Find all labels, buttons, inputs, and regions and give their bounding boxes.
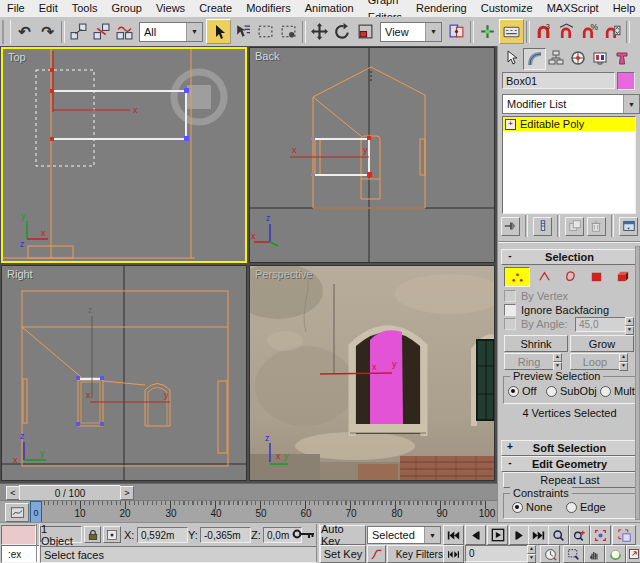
viewport-back-canvas[interactable]: x y z x xyxy=(250,48,494,262)
min-max-toggle-icon[interactable] xyxy=(626,545,640,563)
select-and-manipulate-icon[interactable] xyxy=(476,20,499,43)
constraint-none-radio[interactable]: None xyxy=(512,501,552,513)
soft-selection-rollout-header[interactable]: + Soft Selection xyxy=(501,440,638,456)
menu-tools[interactable]: Tools xyxy=(65,0,105,17)
viewport-perspective[interactable]: Perspective xyxy=(249,265,495,481)
viewport-top-label[interactable]: Top xyxy=(8,51,26,63)
dropdown-arrow-icon[interactable]: ▼ xyxy=(424,527,440,543)
radio-icon[interactable] xyxy=(566,502,577,513)
x-coordinate-field[interactable]: 0,592m xyxy=(137,527,188,543)
track-bar-ruler[interactable]: 0 10 20 30 40 50 60 70 80 90 100 0 xyxy=(30,501,492,523)
viewport-top[interactable]: Top x y x z xyxy=(1,47,247,263)
viewport-top-canvas[interactable]: x y x z xyxy=(3,49,245,261)
viewport-back-label[interactable]: Back xyxy=(255,50,279,62)
collapse-icon[interactable]: - xyxy=(505,251,515,261)
key-mode-toggle-icon[interactable] xyxy=(443,545,464,563)
menu-help[interactable]: Help xyxy=(606,0,640,17)
subobject-polygon-icon[interactable] xyxy=(584,267,608,285)
selection-set-dropdown[interactable]: Selected ▼ xyxy=(367,526,441,544)
spinner-up-icon[interactable]: ▲ xyxy=(553,353,562,362)
use-pivot-point-center-icon[interactable] xyxy=(445,20,468,43)
select-and-move-icon[interactable] xyxy=(308,20,331,43)
tab-utilities[interactable] xyxy=(611,48,632,68)
tab-create[interactable] xyxy=(501,48,522,68)
show-end-result-icon[interactable] xyxy=(533,217,552,236)
menu-create[interactable]: Create xyxy=(192,0,239,17)
tab-display[interactable] xyxy=(589,48,610,68)
time-configuration-icon[interactable] xyxy=(540,545,560,563)
loop-spinner[interactable]: ▲ ▼ xyxy=(619,353,628,371)
rectangular-selection-region-icon[interactable] xyxy=(254,20,277,43)
tab-hierarchy[interactable] xyxy=(545,48,566,68)
spinner-snap-toggle-icon[interactable] xyxy=(601,20,624,43)
dropdown-arrow-icon[interactable]: ▼ xyxy=(186,23,202,41)
spinner-up-icon[interactable]: ▲ xyxy=(625,317,634,326)
ring-button[interactable]: Ring xyxy=(504,353,554,370)
pan-hand-icon[interactable] xyxy=(584,545,605,563)
by-angle-checkbox[interactable]: By Angle: xyxy=(504,318,567,330)
constraint-edge-radio[interactable]: Edge xyxy=(566,501,606,513)
menu-file[interactable]: File xyxy=(0,0,32,17)
configure-modifier-sets-icon[interactable] xyxy=(619,217,638,236)
spinner-up-icon[interactable]: ▲ xyxy=(527,545,536,554)
subobject-edge-icon[interactable] xyxy=(532,267,556,285)
zoom-all-icon[interactable] xyxy=(569,525,590,545)
select-and-scale-icon[interactable] xyxy=(354,20,377,43)
maxscript-mini-listener-pink[interactable] xyxy=(1,525,36,545)
subobject-border-icon[interactable] xyxy=(558,267,582,285)
selection-lock-icon[interactable] xyxy=(84,526,101,543)
absolute-offset-toggle-icon[interactable] xyxy=(103,526,121,543)
checkbox-icon[interactable] xyxy=(504,290,516,302)
time-slider-prev-button[interactable]: < xyxy=(6,486,20,500)
menu-maxscript[interactable]: MAXScript xyxy=(540,0,606,17)
preview-off-radio[interactable]: Off xyxy=(508,385,536,397)
toolbar-drag-handle[interactable] xyxy=(2,20,11,44)
panel-scrollbar[interactable] xyxy=(635,246,640,520)
viewport-right-canvas[interactable]: z x y z x y xyxy=(2,266,246,480)
by-vertex-checkbox[interactable]: By Vertex xyxy=(504,290,568,302)
dropdown-arrow-icon[interactable]: ▼ xyxy=(623,95,639,113)
go-to-start-icon[interactable] xyxy=(443,525,464,545)
checkbox-icon[interactable] xyxy=(504,318,516,330)
auto-key-button[interactable]: Auto Key xyxy=(320,525,366,545)
repeat-last-button[interactable]: Repeat Last xyxy=(503,472,637,488)
select-and-rotate-icon[interactable] xyxy=(331,20,354,43)
play-animation-icon[interactable] xyxy=(487,525,508,545)
selection-rollout-header[interactable]: - Selection xyxy=(501,249,638,265)
unlink-selection-icon[interactable] xyxy=(90,20,113,43)
next-frame-icon[interactable] xyxy=(509,525,530,545)
select-object-icon[interactable] xyxy=(206,19,231,44)
undo-icon[interactable]: ↶ xyxy=(13,20,36,43)
select-by-name-icon[interactable] xyxy=(231,20,254,43)
viewport-back[interactable]: Back x y z x xyxy=(249,47,495,263)
current-frame-handle[interactable]: 0 xyxy=(30,501,42,524)
radio-icon[interactable] xyxy=(546,386,557,397)
by-angle-spinner[interactable]: ▲ ▼ xyxy=(625,317,634,335)
menu-modifiers[interactable]: Modifiers xyxy=(239,0,298,17)
viewport-perspective-label[interactable]: Perspective xyxy=(255,268,312,280)
make-unique-icon[interactable] xyxy=(565,217,584,236)
time-slider-next-button[interactable]: > xyxy=(120,486,134,500)
time-slider-handle[interactable]: 0 / 100 xyxy=(19,485,121,501)
window-crossing-icon[interactable] xyxy=(277,20,300,43)
radio-icon[interactable] xyxy=(508,386,519,397)
y-coordinate-field[interactable]: -0,365m xyxy=(200,527,251,543)
selection-filter-dropdown[interactable]: All ▼ xyxy=(139,22,203,42)
modifier-stack[interactable]: + Editable Poly xyxy=(502,116,636,214)
ignore-backfacing-checkbox[interactable]: Ignore Backfacing xyxy=(504,304,609,316)
set-key-button[interactable]: Set Key xyxy=(320,545,366,563)
new-key-tangent-icon[interactable] xyxy=(367,545,386,563)
viewport-right[interactable]: Right z x y z x y xyxy=(1,265,247,481)
menu-rendering[interactable]: Rendering xyxy=(409,0,474,17)
bind-to-spacewarp-icon[interactable] xyxy=(113,20,136,43)
select-and-link-icon[interactable] xyxy=(67,20,90,43)
menu-customize[interactable]: Customize xyxy=(474,0,540,17)
ring-spinner[interactable]: ▲ ▼ xyxy=(553,353,562,371)
subobject-element-icon[interactable] xyxy=(610,267,634,285)
edit-geometry-rollout-header[interactable]: - Edit Geometry xyxy=(501,456,638,472)
expand-icon[interactable]: + xyxy=(505,119,516,130)
modifier-stack-item[interactable]: + Editable Poly xyxy=(503,117,635,131)
menu-edit[interactable]: Edit xyxy=(32,0,65,17)
arc-rotate-icon[interactable] xyxy=(605,545,626,563)
pin-stack-icon[interactable] xyxy=(501,217,520,236)
